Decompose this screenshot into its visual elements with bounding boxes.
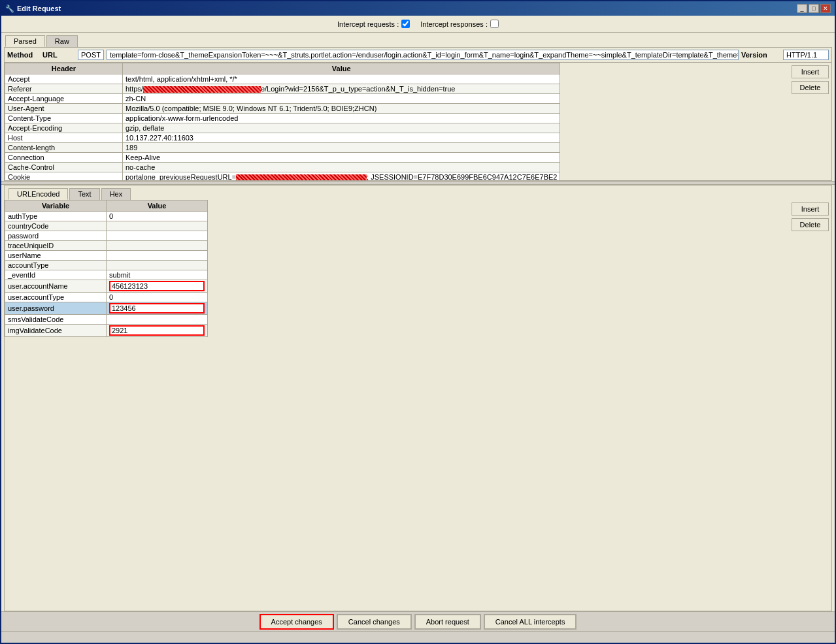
table-row[interactable]: countryCode	[5, 221, 208, 231]
method-label: Method	[7, 51, 40, 59]
variable-name-cell: countryCode	[5, 221, 107, 231]
sub-tab-hex[interactable]: Hex	[101, 188, 131, 200]
table-row[interactable]: imgValidateCode	[5, 325, 208, 337]
header-name-cell: Content-length	[5, 143, 123, 153]
header-value-cell: 189	[123, 143, 560, 153]
variable-value-cell	[107, 315, 208, 325]
variable-name-cell: userName	[5, 251, 107, 261]
header-name-cell: Referer	[5, 84, 123, 94]
variable-value-input[interactable]	[109, 303, 205, 314]
url-label: URL	[42, 51, 75, 59]
sub-tab-urlencoded[interactable]: URLEncoded	[8, 188, 68, 200]
table-row[interactable]: ConnectionKeep-Alive	[5, 153, 560, 163]
header-value-cell: gzip, deflate	[123, 123, 560, 133]
header-insert-button[interactable]: Insert	[792, 65, 829, 78]
tab-parsed[interactable]: Parsed	[5, 35, 45, 47]
method-value: POST	[78, 50, 104, 60]
header-name-cell: User-Agent	[5, 104, 123, 114]
sub-tab-text[interactable]: Text	[69, 188, 99, 200]
variable-name-cell: _eventId	[5, 270, 107, 280]
header-value-cell: text/html, application/xhtml+xml, */*	[123, 74, 560, 84]
table-row[interactable]: user.accountType0	[5, 293, 208, 302]
table-row[interactable]: userName	[5, 251, 208, 261]
header-delete-button[interactable]: Delete	[792, 81, 829, 94]
variable-value-input[interactable]	[109, 281, 205, 291]
close-button[interactable]: ✕	[820, 4, 831, 13]
table-row[interactable]: accountType	[5, 261, 208, 270]
table-row[interactable]: User-AgentMozilla/5.0 (compatible; MSIE …	[5, 104, 560, 114]
table-row[interactable]: Accept-Languagezh-CN	[5, 94, 560, 104]
variable-value-cell[interactable]	[107, 280, 208, 293]
header-table: Header Value Accepttext/html, applicatio…	[5, 63, 560, 180]
intercept-responses-checkbox[interactable]	[490, 20, 499, 28]
variable-name-cell: user.accountType	[5, 293, 107, 302]
variable-value-cell	[107, 261, 208, 270]
header-col-value: Value	[123, 63, 560, 74]
maximize-button[interactable]: □	[809, 4, 819, 13]
header-side-buttons: Insert Delete	[789, 63, 831, 180]
variable-value-input[interactable]	[109, 325, 205, 336]
header-name-cell: Accept-Language	[5, 94, 123, 104]
header-table-wrapper: Header Value Accepttext/html, applicatio…	[5, 63, 831, 180]
table-row[interactable]: Accept-Encodinggzip, deflate	[5, 123, 560, 133]
var-col-variable: Variable	[5, 201, 107, 212]
title-bar-left: 🔧 Edit Request	[5, 5, 61, 13]
table-row[interactable]: user.password	[5, 302, 208, 315]
footer-bar: Accept changes Cancel changes Abort requ…	[1, 611, 835, 631]
table-row[interactable]: authType0	[5, 212, 208, 221]
intercept-requests-checkbox[interactable]	[401, 20, 410, 28]
table-row[interactable]: _eventIdsubmit	[5, 270, 208, 280]
header-name-cell: Content-Type	[5, 114, 123, 123]
table-row[interactable]: Host10.137.227.40:11603	[5, 133, 560, 143]
variable-value-cell	[107, 251, 208, 261]
variable-value-cell: 0	[107, 293, 208, 302]
variable-value-cell[interactable]	[107, 325, 208, 337]
cancel-changes-button[interactable]: Cancel changes	[337, 614, 412, 630]
accept-changes-button[interactable]: Accept changes	[259, 614, 334, 630]
variable-name-cell: user.accountName	[5, 280, 107, 293]
header-value-cell: Keep-Alive	[123, 153, 560, 163]
variable-value-cell[interactable]	[107, 302, 208, 315]
variable-value-cell: submit	[107, 270, 208, 280]
table-row[interactable]: Cookieportalone_previouseRequestURL=; JS…	[5, 172, 560, 180]
bottom-section: URLEncoded Text Hex Variable Value authT…	[4, 185, 832, 611]
variable-name-cell: user.password	[5, 302, 107, 315]
variable-value-cell	[107, 231, 208, 241]
table-row[interactable]: password	[5, 231, 208, 241]
table-row[interactable]: user.accountName	[5, 280, 208, 293]
table-row[interactable]: smsValidateCode	[5, 315, 208, 325]
table-row[interactable]: Content-length189	[5, 143, 560, 153]
variable-value-cell: 0	[107, 212, 208, 221]
table-row[interactable]: Accepttext/html, application/xhtml+xml, …	[5, 74, 560, 84]
header-value-cell: Mozilla/5.0 (compatible; MSIE 9.0; Windo…	[123, 104, 560, 114]
intercept-responses-label: Intercept responses :	[420, 20, 499, 28]
table-row[interactable]: Content-Typeapplication/x-www-form-urlen…	[5, 114, 560, 123]
window-icon: 🔧	[5, 5, 14, 13]
window-title: Edit Request	[17, 5, 61, 12]
title-bar-controls: _ □ ✕	[797, 4, 831, 13]
intercept-requests-label: Intercept requests :	[337, 20, 410, 28]
variable-insert-button[interactable]: Insert	[792, 202, 829, 216]
minimize-button[interactable]: _	[797, 4, 807, 13]
variable-delete-button[interactable]: Delete	[792, 218, 829, 231]
header-col-header: Header	[5, 63, 123, 74]
method-url-bar: Method URL POST template=form-close&T_th…	[5, 48, 831, 63]
header-name-cell: Accept	[5, 74, 123, 84]
header-name-cell: Accept-Encoding	[5, 123, 123, 133]
version-label: Version	[741, 51, 780, 59]
table-row[interactable]: traceUniqueID	[5, 241, 208, 251]
table-row[interactable]: Cache-Controlno-cache	[5, 163, 560, 172]
cancel-all-intercepts-button[interactable]: Cancel ALL intercepts	[484, 614, 577, 630]
header-value-cell: https/e/Login?wid=2156&T_p_u_type=action…	[123, 84, 560, 94]
main-window: 🔧 Edit Request _ □ ✕ Intercept requests …	[0, 0, 836, 644]
url-value[interactable]: template=form-close&T_themeExpansionToke…	[107, 50, 739, 60]
header-value-cell: zh-CN	[123, 94, 560, 104]
header-value-cell: portalone_previouseRequestURL=; JSESSION…	[123, 172, 560, 180]
variable-name-cell: imgValidateCode	[5, 325, 107, 337]
table-row[interactable]: Refererhttps/e/Login?wid=2156&T_p_u_type…	[5, 84, 560, 94]
variable-name-cell: authType	[5, 212, 107, 221]
header-value-cell: no-cache	[123, 163, 560, 172]
tab-raw[interactable]: Raw	[46, 35, 78, 47]
title-bar: 🔧 Edit Request _ □ ✕	[1, 1, 835, 16]
abort-request-button[interactable]: Abort request	[414, 614, 481, 630]
